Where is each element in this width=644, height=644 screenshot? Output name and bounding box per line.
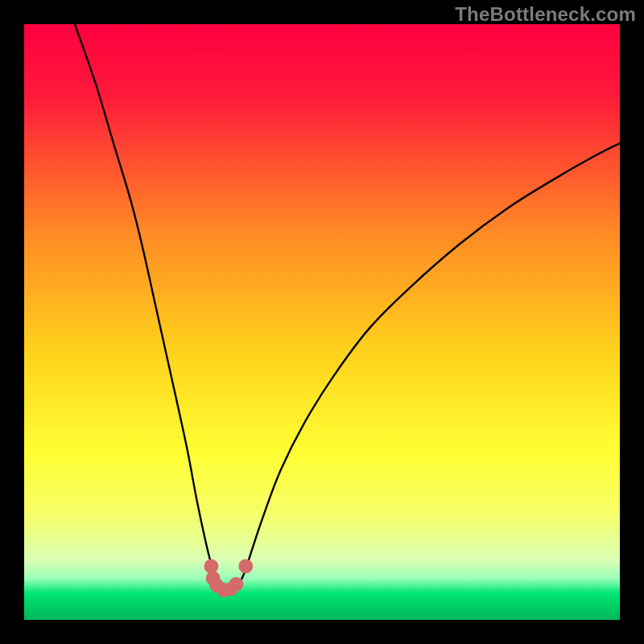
marker-dot — [238, 559, 253, 574]
bottleneck-chart — [24, 24, 620, 620]
plot-area — [24, 24, 620, 620]
marker-dot — [229, 577, 244, 592]
watermark-text: TheBottleneck.com — [455, 3, 636, 26]
gradient-background — [24, 24, 620, 620]
chart-frame: TheBottleneck.com — [0, 0, 644, 644]
